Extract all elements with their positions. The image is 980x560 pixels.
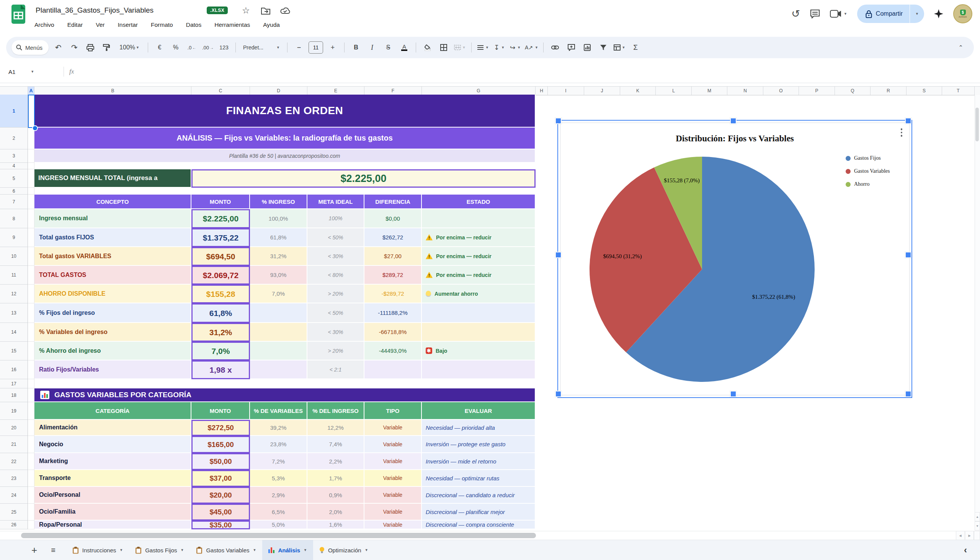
redo-button[interactable]: ↷ — [68, 41, 81, 54]
row-header-6[interactable]: 6 — [0, 188, 28, 195]
evaluar-cell[interactable]: Necesidad — optimizar rutas — [422, 470, 536, 487]
monto-cell[interactable]: $2.225,00 — [191, 209, 250, 228]
cell-A8[interactable] — [28, 209, 35, 228]
gemini-sparkle-icon[interactable] — [934, 9, 943, 18]
meta-ideal-cell[interactable]: < 50% — [307, 303, 364, 323]
row-header-18[interactable]: 18 — [0, 388, 28, 402]
pct-ingreso-cell[interactable]: 31,2% — [250, 247, 307, 266]
monto-cell[interactable]: $2.069,72 — [191, 266, 250, 285]
cell-A2[interactable] — [28, 128, 35, 149]
borders-button[interactable] — [437, 41, 450, 54]
diferencia-cell[interactable]: -111188,2% — [364, 303, 422, 323]
selection-handle[interactable] — [555, 391, 561, 397]
paint-format-button[interactable] — [100, 41, 113, 54]
row-header-5[interactable]: 5 — [0, 169, 28, 188]
cell-A9[interactable] — [28, 228, 35, 247]
pct-ingreso-cell[interactable] — [250, 360, 307, 379]
col-header-B[interactable]: B — [35, 87, 191, 95]
number-format-button[interactable]: 123 — [218, 41, 231, 54]
row-header-19[interactable]: 19 — [0, 402, 28, 420]
row-header-21[interactable]: 21 — [0, 436, 28, 453]
meta-ideal-cell[interactable]: < 2:1 — [307, 360, 364, 379]
functions-button[interactable]: Σ — [629, 41, 642, 54]
pct-ingreso-cell[interactable]: 0,9% — [307, 487, 364, 504]
cell-A26[interactable] — [28, 520, 35, 529]
text-rotate-button[interactable]: A↗▼ — [525, 41, 538, 54]
increase-decimals-button[interactable]: .00→ — [201, 41, 214, 54]
print-button[interactable] — [84, 41, 97, 54]
pct-variables-cell[interactable]: 2,9% — [250, 487, 307, 504]
fill-handle[interactable] — [32, 125, 38, 131]
income-value[interactable]: $2.225,00 — [191, 169, 536, 188]
monto-cell[interactable]: $35,00 — [191, 520, 250, 529]
col-header-J[interactable]: J — [584, 87, 620, 95]
selection-handle[interactable] — [905, 252, 912, 258]
sheet-tab-gastos-variables[interactable]: Gastos Variables▼ — [190, 540, 262, 560]
decrease-font-button[interactable]: − — [292, 41, 306, 54]
tab-menu-caret[interactable]: ▼ — [304, 548, 307, 552]
selection-handle[interactable] — [555, 118, 561, 124]
diferencia-cell[interactable]: -44493,0% — [364, 342, 422, 360]
sheet-tab-optimización[interactable]: Optimización▼ — [313, 540, 374, 560]
monto-cell[interactable]: $155,28 — [191, 285, 250, 303]
banner-title[interactable]: FINANZAS EN ORDEN — [35, 95, 536, 128]
evaluar-cell[interactable]: Discrecional — planificar mejor — [422, 504, 536, 520]
row-header-1[interactable]: 1 — [0, 95, 28, 128]
merge-cells-button[interactable]: ▼ — [453, 41, 466, 54]
diferencia-cell[interactable]: $289,72 — [364, 266, 422, 285]
cell-A22[interactable] — [28, 453, 35, 470]
meta-ideal-cell[interactable]: < 30% — [307, 247, 364, 266]
scroll-up-button[interactable]: ▲ — [975, 512, 980, 521]
col-header-N[interactable]: N — [728, 87, 763, 95]
evaluar-cell[interactable]: Inversión — protege este gasto — [422, 436, 536, 453]
format-currency-button[interactable]: € — [153, 41, 166, 54]
fill-color-button[interactable] — [421, 41, 434, 54]
zoom-select[interactable]: 100%▼ — [116, 41, 143, 54]
cell-A23[interactable] — [28, 470, 35, 487]
tipo-cell[interactable]: Variable — [364, 487, 422, 504]
italic-button[interactable]: I — [365, 41, 379, 54]
monto-cell[interactable]: $1.375,22 — [191, 228, 250, 247]
pct-ingreso-cell[interactable]: 12,2% — [307, 420, 364, 436]
pct-ingreso-cell[interactable] — [250, 342, 307, 360]
tab-menu-caret[interactable]: ▼ — [253, 548, 256, 552]
row-header-24[interactable]: 24 — [0, 487, 28, 504]
document-title[interactable]: Plantilla_36_Gastos_Fijos_Variables — [36, 6, 153, 15]
menu-ver[interactable]: Ver — [96, 22, 105, 28]
categoria-cell[interactable]: Negocio — [35, 436, 191, 453]
all-sheets-button[interactable]: ≡ — [51, 546, 55, 555]
col-header-Q[interactable]: Q — [835, 87, 870, 95]
menu-formato[interactable]: Formato — [151, 22, 173, 28]
col-header-H[interactable]: H — [536, 87, 548, 95]
pct-ingreso-cell[interactable] — [250, 303, 307, 323]
vertical-scrollbar[interactable] — [975, 95, 980, 512]
estado-cell[interactable] — [422, 360, 536, 379]
col-header-T[interactable]: T — [942, 87, 975, 95]
categoria-cell[interactable]: Alimentación — [35, 420, 191, 436]
row-header-3[interactable]: 3 — [0, 149, 28, 163]
diferencia-cell[interactable]: $262,72 — [364, 228, 422, 247]
row-header-10[interactable]: 10 — [0, 247, 28, 266]
hide-menus-button[interactable]: ⌃ — [958, 44, 968, 51]
meta-ideal-cell[interactable]: < 80% — [307, 266, 364, 285]
template-credit[interactable]: Plantilla #36 de 50 | avanzaconproposito… — [35, 149, 536, 163]
cell-A25[interactable] — [28, 504, 35, 520]
categoria-cell[interactable]: Ropa/Personal — [35, 520, 191, 529]
insert-link-button[interactable] — [548, 41, 561, 54]
monto-cell[interactable]: 1,98 x — [191, 360, 250, 379]
menu-datos[interactable]: Datos — [186, 22, 202, 28]
col-header-K[interactable]: K — [620, 87, 656, 95]
horizontal-align-button[interactable]: ▼ — [477, 41, 490, 54]
format-style-select[interactable]: Predet...▼ — [241, 41, 282, 54]
categoria-cell[interactable]: Ocio/Familia — [35, 504, 191, 520]
selection-handle[interactable] — [555, 252, 561, 258]
row-header-22[interactable]: 22 — [0, 453, 28, 470]
tipo-cell[interactable]: Variable — [364, 470, 422, 487]
row-header-8[interactable]: 8 — [0, 209, 28, 228]
estado-cell[interactable]: !Por encima — reducir — [422, 247, 536, 266]
collapse-panel-icon[interactable]: ‹ — [964, 545, 967, 555]
decrease-decimals-button[interactable]: .0← — [185, 41, 198, 54]
cell-A15[interactable] — [28, 342, 35, 360]
name-box[interactable]: A1▼ — [0, 68, 58, 75]
monto-cell[interactable]: $694,50 — [191, 247, 250, 266]
